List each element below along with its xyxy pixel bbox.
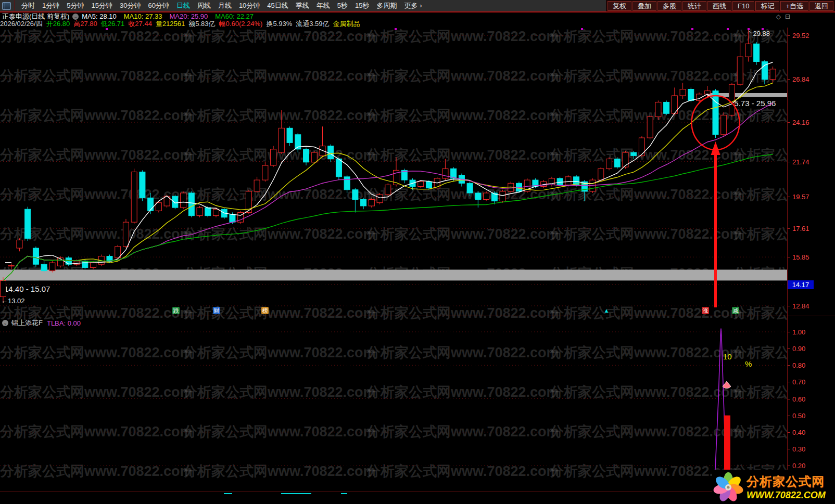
- quote-field: 金属制品: [333, 19, 360, 29]
- price-axis-label: 17.61: [792, 225, 809, 232]
- split-window-icon[interactable]: ⊟: [785, 13, 790, 20]
- diamond-icon[interactable]: ◇: [776, 13, 781, 20]
- quote-field: 高27.80: [73, 19, 97, 29]
- menu-button-统计[interactable]: 统计: [682, 1, 706, 11]
- svg-text:←13.02: ←13.02: [1, 297, 25, 305]
- menu-button-返回[interactable]: 返回: [809, 1, 833, 11]
- bottom-strip-border: [0, 491, 835, 492]
- period-tab-周线[interactable]: 周线: [194, 1, 214, 10]
- site-logo: 分析家公式网 WWW.70822.COM: [712, 470, 835, 504]
- flower-logo-icon: [712, 471, 744, 503]
- period-tab-5分钟[interactable]: 5分钟: [63, 1, 87, 10]
- right-menu: 复权叠加多股统计画线F10标记+自选返回: [606, 0, 835, 11]
- event-marker-跌[interactable]: 跌: [172, 307, 180, 314]
- period-tab-多周期[interactable]: 多周期: [373, 1, 401, 10]
- period-tab-月线[interactable]: 月线: [214, 1, 235, 10]
- price-axis-label: 29.52: [792, 32, 809, 40]
- price-axis-label: 24.16: [792, 119, 809, 126]
- period-tab-60分钟[interactable]: 60分钟: [144, 1, 172, 10]
- period-tab-10分钟[interactable]: 10分钟: [235, 1, 263, 10]
- quote-field: 低26.71: [101, 19, 125, 29]
- indicator-panel[interactable]: ⌄ 锦上添花F TLBA: 0.00 10% 1.000.900.800.700…: [0, 316, 835, 492]
- indicator-axis-label: 0.20: [792, 462, 805, 470]
- main-candlestick-canvas[interactable]: 14.40 - 15.0725.73 - 25.9629.88←13.02: [0, 28, 787, 316]
- quote-detail-row: 2026/02/26/四开26.80高27.80低26.71收27.44量212…: [0, 20, 835, 28]
- quote-field: 量212561: [156, 19, 185, 29]
- menu-button-标记[interactable]: 标记: [755, 1, 779, 11]
- period-tab-分时[interactable]: 分时: [18, 1, 39, 10]
- indicator-axis-label: 0.50: [792, 412, 805, 420]
- quote-field: 幅0.60(2.24%): [219, 19, 263, 29]
- menu-button-+自选[interactable]: +自选: [780, 1, 808, 11]
- quote-field: 收27.44: [128, 19, 152, 29]
- indicator-axis-label: 0.90: [792, 345, 805, 353]
- price-axis: 29.5226.8424.1621.7419.5717.6115.8512.84…: [787, 28, 835, 316]
- period-tab-30分钟[interactable]: 30分钟: [116, 1, 144, 10]
- period-tabs: 分时1分钟5分钟15分钟30分钟60分钟日线周线月线10分钟45日线季线年线5秒…: [14, 0, 425, 11]
- period-tab-季线[interactable]: 季线: [292, 1, 313, 10]
- price-axis-label: 26.84: [792, 75, 809, 83]
- site-name: 分析家公式网: [747, 473, 826, 490]
- menu-button-画线[interactable]: 画线: [707, 1, 731, 11]
- quote-field: 换5.93%: [266, 19, 292, 29]
- site-url: WWW.70822.COM: [747, 490, 826, 501]
- indicator-axis: 1.000.900.800.700.600.500.400.300.20: [787, 316, 835, 492]
- svg-text:29.88: 29.88: [753, 30, 770, 37]
- period-tab-年线[interactable]: 年线: [313, 1, 334, 10]
- event-marker-减[interactable]: 减: [732, 307, 739, 314]
- indicator-value: TLBA: 0.00: [47, 319, 81, 327]
- svg-text:25.73 - 25.96: 25.73 - 25.96: [730, 99, 776, 108]
- bottom-status-strip: [0, 492, 835, 504]
- svg-text:10: 10: [723, 352, 732, 361]
- price-axis-label: 12.84: [792, 302, 809, 310]
- indicator-axis-label: 0.30: [792, 445, 805, 453]
- period-tab-5秒[interactable]: 5秒: [334, 1, 351, 10]
- collapse-indicator-icon[interactable]: ⌄: [2, 320, 8, 326]
- price-axis-label: 21.74: [792, 158, 809, 166]
- svg-text:14.40 - 15.07: 14.40 - 15.07: [4, 285, 50, 293]
- event-marker-财[interactable]: 财: [213, 307, 220, 314]
- menu-button-F10[interactable]: F10: [732, 1, 754, 11]
- quote-field: 2026/02/26/四: [0, 19, 43, 29]
- menu-button-复权[interactable]: 复权: [608, 1, 631, 11]
- indicator-axis-label: 0.80: [792, 361, 805, 369]
- stock-app-window: 分时1分钟5分钟15分钟30分钟60分钟日线周线月线10分钟45日线季线年线5秒…: [0, 0, 835, 504]
- indicator-axis-label: 0.40: [792, 429, 805, 436]
- period-tab-更多 ›[interactable]: 更多 ›: [401, 1, 426, 10]
- svg-text:%: %: [745, 359, 752, 368]
- indicator-axis-label: 0.60: [792, 395, 805, 403]
- indicator-header: ⌄ 锦上添花F TLBA: 0.00: [2, 318, 81, 328]
- panel-divider[interactable]: [0, 316, 835, 316]
- top-menu-bar: 分时1分钟5分钟15分钟30分钟60分钟日线周线月线10分钟45日线季线年线5秒…: [0, 0, 835, 12]
- main-candlestick-panel[interactable]: 14.40 - 15.0725.73 - 25.9629.88←13.02 29…: [0, 28, 835, 316]
- indicator-axis-label: 0.70: [792, 378, 805, 386]
- quote-field: 额5.83亿: [188, 19, 215, 29]
- quote-field: 开26.80: [46, 19, 70, 29]
- quote-field: 流通3.59亿: [296, 19, 329, 29]
- minimized-pane-mark[interactable]: [341, 493, 347, 494]
- period-tab-15秒[interactable]: 15秒: [351, 1, 373, 10]
- window-layout-icon[interactable]: [2, 2, 11, 10]
- stock-info-row: 正泰电源(日线 前复权) ⌄ MA5: 28.10MA10: 27.33MA20…: [0, 12, 835, 20]
- indicator-canvas[interactable]: 10%: [0, 316, 787, 492]
- indicator-axis-label: 1.00: [792, 328, 805, 336]
- row1-icons: ◇⊟: [776, 13, 790, 20]
- period-tab-日线[interactable]: 日线: [173, 1, 194, 10]
- indicator-name: 锦上添花F: [11, 318, 43, 328]
- minimized-pane-mark[interactable]: [281, 493, 311, 494]
- current-price-tag: 14.17: [788, 280, 814, 289]
- period-tab-45日线[interactable]: 45日线: [263, 1, 292, 10]
- period-tab-1分钟[interactable]: 1分钟: [39, 1, 63, 10]
- event-marker-榜[interactable]: 榜: [261, 307, 269, 314]
- event-marker-▲[interactable]: ▲: [603, 307, 610, 314]
- menu-button-叠加[interactable]: 叠加: [632, 1, 656, 11]
- menu-button-多股[interactable]: 多股: [657, 1, 681, 11]
- period-tab-15分钟[interactable]: 15分钟: [87, 1, 116, 10]
- chevron-down-icon[interactable]: ⌄: [72, 14, 79, 20]
- axis-separator-line: [787, 28, 788, 492]
- minimized-pane-mark[interactable]: [224, 493, 232, 494]
- event-marker-涨[interactable]: 涨: [702, 307, 709, 314]
- price-axis-label: 15.85: [792, 253, 809, 261]
- price-axis-label: 19.57: [792, 193, 809, 201]
